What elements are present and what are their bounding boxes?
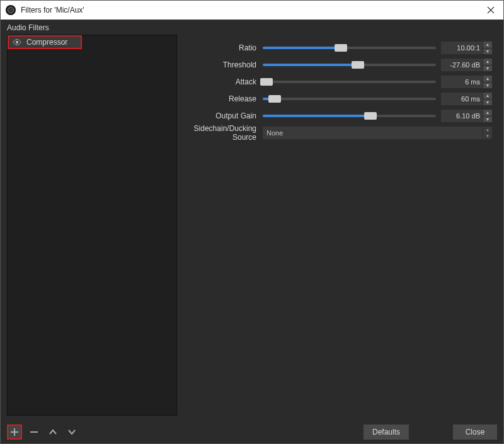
label-ratio: Ratio — [188, 43, 263, 52]
slider-attack[interactable] — [263, 76, 436, 88]
spinner-ratio[interactable]: ▲ ▼ — [483, 42, 492, 54]
content-area: Audio Filters Compressor Ratio — [1, 20, 503, 421]
chevron-down-icon[interactable]: ▼ — [483, 48, 492, 55]
chevron-up-icon[interactable]: ▲ — [483, 59, 492, 65]
slider-threshold[interactable] — [263, 59, 436, 71]
spinner-attack[interactable]: ▲ ▼ — [483, 76, 492, 88]
label-output-gain: Output Gain — [188, 111, 263, 120]
label-sidechain: Sidechain/Ducking Source — [188, 124, 263, 142]
minus-icon — [30, 428, 38, 436]
close-icon — [487, 6, 495, 14]
bottom-toolbar: Defaults Close — [1, 421, 503, 443]
chevron-up-icon — [49, 429, 57, 435]
value-ratio[interactable]: 10.00:1 — [441, 42, 483, 54]
chevron-up-icon[interactable]: ▲ — [483, 93, 492, 100]
value-attack[interactable]: 6 ms — [441, 76, 483, 88]
spinner-threshold[interactable]: ▲ ▼ — [483, 59, 492, 71]
chevron-down-icon[interactable]: ▼ — [483, 83, 492, 89]
spinner-output-gain[interactable]: ▲ ▼ — [483, 110, 492, 122]
filter-tools — [7, 424, 79, 440]
row-output-gain: Output Gain 6.10 dB ▲ ▼ — [188, 109, 492, 123]
row-ratio: Ratio 10.00:1 ▲ ▼ — [188, 41, 492, 55]
plus-icon — [10, 428, 19, 436]
label-attack: Attack — [188, 77, 263, 86]
move-up-button[interactable] — [46, 425, 60, 439]
obs-logo-icon — [6, 5, 16, 15]
slider-release[interactable] — [263, 93, 436, 105]
chevron-down-icon — [67, 429, 76, 435]
slider-ratio[interactable] — [263, 42, 436, 54]
section-label: Audio Filters — [1, 20, 503, 35]
row-release: Release 60 ms ▲ ▼ — [188, 92, 492, 106]
main-area: Compressor Ratio 10.00:1 ▲ ▼ — [1, 35, 503, 421]
select-sidechain[interactable]: None — [263, 127, 483, 139]
chevron-down-icon[interactable]: ▼ — [483, 100, 492, 106]
move-down-button[interactable] — [65, 425, 79, 439]
chevron-up-icon[interactable]: ▲ — [483, 76, 492, 83]
close-button[interactable]: Close — [453, 424, 497, 440]
row-attack: Attack 6 ms ▲ ▼ — [188, 75, 492, 89]
chevron-down-icon[interactable]: ▼ — [483, 117, 492, 123]
chevron-down-icon: ▼ — [483, 133, 492, 139]
window-close-button[interactable] — [483, 5, 498, 15]
filters-dialog: Filters for 'Mic/Aux' Audio Filters Comp — [0, 0, 504, 444]
filter-list[interactable]: Compressor — [7, 35, 177, 416]
spinner-release[interactable]: ▲ ▼ — [483, 93, 492, 105]
filter-item-compressor[interactable]: Compressor — [8, 35, 82, 49]
label-release: Release — [188, 94, 263, 103]
value-release[interactable]: 60 ms — [441, 93, 483, 105]
value-output-gain[interactable]: 6.10 dB — [441, 110, 483, 122]
value-threshold[interactable]: -27.60 dB — [441, 59, 483, 71]
add-filter-button[interactable] — [7, 424, 22, 440]
chevron-up-icon[interactable]: ▲ — [483, 110, 492, 117]
chevron-down-icon[interactable]: ▼ — [483, 65, 492, 72]
defaults-button[interactable]: Defaults — [364, 424, 409, 440]
svg-point-0 — [16, 41, 18, 43]
select-sidechain-value: None — [266, 129, 283, 137]
window-title: Filters for 'Mic/Aux' — [21, 6, 84, 14]
row-sidechain: Sidechain/Ducking Source None ▲ ▼ — [188, 126, 492, 140]
properties-panel: Ratio 10.00:1 ▲ ▼ Threshold — [177, 35, 497, 416]
row-threshold: Threshold -27.60 dB ▲ ▼ — [188, 58, 492, 72]
select-sidechain-arrows[interactable]: ▲ ▼ — [483, 127, 492, 139]
slider-output-gain[interactable] — [263, 110, 436, 122]
chevron-up-icon[interactable]: ▲ — [483, 42, 492, 48]
titlebar: Filters for 'Mic/Aux' — [1, 1, 503, 20]
filter-item-label: Compressor — [26, 38, 67, 47]
remove-filter-button[interactable] — [27, 425, 41, 439]
visibility-eye-icon[interactable] — [13, 39, 21, 45]
label-threshold: Threshold — [188, 60, 263, 69]
chevron-up-icon: ▲ — [483, 127, 492, 133]
